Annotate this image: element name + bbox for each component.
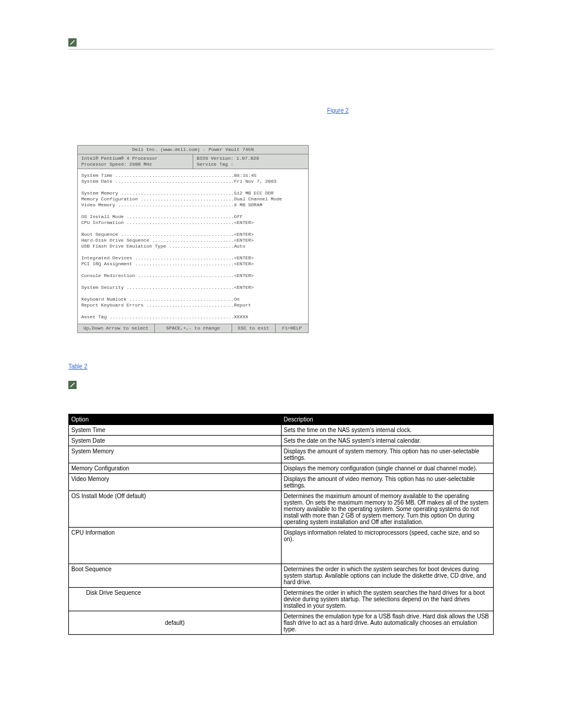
- note-text: NOTE: The System Setup program defaults …: [80, 380, 348, 388]
- table-intro: Table 2-1 lists the options and descript…: [68, 363, 494, 371]
- bios-body: System Time ............................…: [77, 169, 309, 324]
- bios-info-right: BIOS Version: 1.07.029 Service Tag :: [193, 154, 308, 169]
- options-table: Option Description System Time Sets the …: [68, 414, 494, 635]
- table-row: Hard-Disk Drive Sequence Determines the …: [69, 588, 494, 611]
- table-row: Memory Configuration Displays the memory…: [69, 463, 494, 474]
- navigation-keys-list: Press the left- and right-arrow keys to …: [68, 0, 494, 31]
- figure-caption: Figure 2-1. Main System Setup Program Sc…: [68, 133, 494, 139]
- figure-link[interactable]: Figure 2: [327, 107, 349, 114]
- nav-key-item: From the main System Setup screen, press…: [84, 24, 494, 31]
- pencil-note-icon: [68, 381, 77, 389]
- subheading-main: Main Screen: [68, 93, 494, 101]
- bios-title: Dell Inc. (www.dell.com) - Power Vault 7…: [78, 146, 308, 154]
- bios-screenshot: Dell Inc. (www.dell.com) - Power Vault 7…: [77, 145, 309, 333]
- table-row: System Date Sets the date on the NAS sys…: [69, 436, 494, 446]
- table-row: Boot Sequence Determines the order in wh…: [69, 564, 494, 588]
- table-row: Video Memory Displays the amount of vide…: [69, 474, 494, 491]
- note-1: NOTE: For most of the options, any chang…: [68, 38, 494, 47]
- table-row: System Memory Displays the amount of sys…: [69, 446, 494, 463]
- table-row: System Time Sets the time on the NAS sys…: [69, 425, 494, 436]
- pencil-note-icon: [68, 38, 77, 47]
- bios-footer-change: SPACE,+,- to change: [155, 324, 232, 332]
- bios-footer-exit: ESC to exit: [232, 324, 276, 332]
- table-link[interactable]: Table 2: [68, 363, 87, 370]
- table-caption: Table 2-1. System Setup Program Options: [68, 400, 494, 408]
- nav-key-item: Press the left- and right-arrow keys to …: [84, 0, 494, 6]
- table-row: OS Install Mode (Off default) Determines…: [69, 491, 494, 528]
- bios-footer-help: F1=HELP: [276, 324, 308, 332]
- nav-key-item: Press the <+> and <-> keys to cycle back…: [84, 9, 494, 22]
- table-row: CPU Information Displays information rel…: [69, 528, 494, 564]
- bios-footer: Up,Down Arrow to select SPACE,+,- to cha…: [77, 324, 309, 333]
- section-heading-options: System Setup Options: [68, 65, 494, 75]
- th-description: Description: [281, 414, 494, 425]
- bios-info-left: Intel® Pentium® 4 Processor Processor Sp…: [78, 154, 193, 169]
- bios-footer-select: Up,Down Arrow to select: [78, 324, 155, 332]
- note-2: NOTE: The System Setup program defaults …: [68, 380, 494, 389]
- divider: [68, 49, 494, 50]
- main-intro-text: When you enter the System Setup program,…: [68, 107, 494, 115]
- note-text: NOTE: For most of the options, any chang…: [80, 38, 431, 46]
- table-row: USB Flash Drive Emulation Type (Auto def…: [69, 611, 494, 635]
- th-option: Option: [69, 414, 282, 425]
